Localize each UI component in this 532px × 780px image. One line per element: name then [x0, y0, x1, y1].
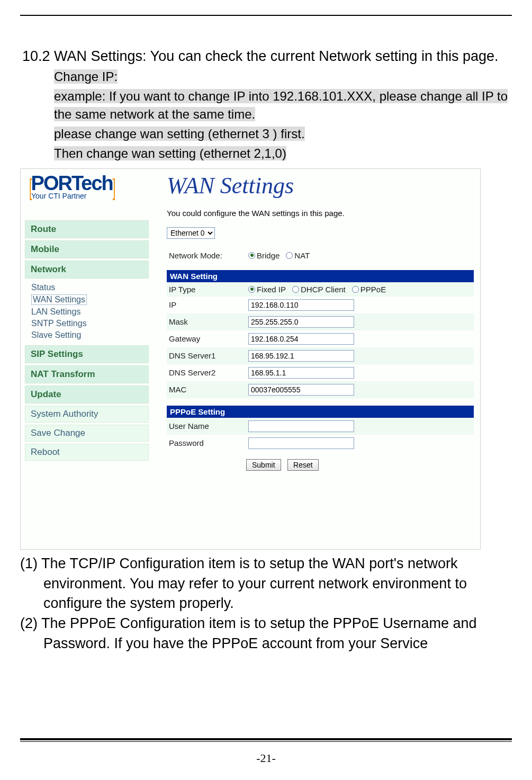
logo-brand: PORTech	[31, 172, 113, 194]
radio-dot-icon	[286, 252, 293, 259]
ethernet-select[interactable]: Ethernet 0	[167, 227, 215, 239]
mode-bridge-radio[interactable]: Bridge	[248, 251, 279, 260]
nav-sub-slave[interactable]: Slave Setting	[31, 329, 145, 341]
reset-button[interactable]: Reset	[287, 459, 319, 471]
change-ip-label: Change IP:	[54, 69, 118, 84]
section-heading: 10.2 WAN Settings: You can check the cur…	[20, 47, 512, 67]
nav-sub-sntp[interactable]: SNTP Settings	[31, 318, 145, 329]
mode-nat-radio[interactable]: NAT	[286, 251, 310, 260]
gateway-label: Gateway	[169, 334, 248, 343]
nav-network-sub: Status WAN Settings LAN Settings SNTP Se…	[25, 281, 149, 345]
page-number: -21-	[0, 751, 532, 765]
mask-input[interactable]	[248, 316, 354, 328]
ip-input[interactable]	[248, 299, 354, 311]
nav-sub-wan[interactable]: WAN Settings	[31, 293, 145, 306]
section-title-text: 10.2 WAN Settings: You can check the cur…	[22, 48, 499, 64]
nav-reboot[interactable]: Reboot	[25, 444, 149, 461]
nav-save[interactable]: Save Change	[25, 425, 149, 442]
pppoe-user-label: User Name	[169, 422, 248, 431]
dns2-input[interactable]	[248, 367, 354, 379]
logo-bracket-left: [	[29, 175, 31, 202]
logo: [PORTech] Your CTI Partner	[21, 169, 153, 200]
gateway-input[interactable]	[248, 333, 354, 345]
iptype-pppoe-label: PPPoE	[360, 285, 386, 294]
wan-setting-header: WAN Setting	[167, 270, 474, 282]
change-ip-step2: Then change wan setting (ethernet 2,1,0)	[54, 146, 286, 160]
radio-dot-icon	[248, 252, 255, 259]
nav-sysauth[interactable]: System Authority	[25, 406, 149, 423]
nav-mobile[interactable]: Mobile	[25, 240, 149, 258]
para-1: (1) The TCP/IP Configuration item is to …	[20, 554, 512, 614]
nav-sub-status[interactable]: Status	[31, 282, 145, 293]
network-mode-label: Network Mode:	[169, 251, 248, 260]
nav-sub-wan-label: WAN Settings	[31, 294, 87, 305]
iptype-fixed-radio[interactable]: Fixed IP	[248, 285, 286, 294]
change-ip-step1: please change wan setting (ethernet 3 ) …	[54, 127, 305, 141]
pppoe-pass-label: Password	[169, 438, 248, 447]
mac-label: MAC	[169, 385, 248, 394]
radio-dot-icon	[248, 286, 255, 293]
radio-dot-icon	[292, 286, 299, 293]
nav-network[interactable]: Network	[25, 261, 149, 279]
mac-input[interactable]	[248, 384, 354, 396]
page-title: WAN Settings	[167, 172, 474, 199]
radio-dot-icon	[352, 286, 359, 293]
submit-button[interactable]: Submit	[246, 459, 281, 471]
iptype-dhcp-radio[interactable]: DHCP Client	[292, 285, 346, 294]
page-desc: You could configure the WAN settings in …	[167, 209, 474, 218]
logo-bracket-right: ]	[113, 175, 115, 202]
sidebar: [PORTech] Your CTI Partner Route Mobile …	[21, 169, 153, 549]
nav-sub-lan[interactable]: LAN Settings	[31, 306, 145, 318]
dns1-input[interactable]	[248, 350, 354, 362]
iptype-pppoe-radio[interactable]: PPPoE	[352, 285, 386, 294]
dns1-label: DNS Server1	[169, 351, 248, 360]
para-2: (2) The PPPoE Configuration item is to s…	[20, 614, 512, 654]
ip-label: IP	[169, 300, 248, 309]
nav-nat[interactable]: NAT Transform	[25, 365, 149, 383]
mask-label: Mask	[169, 317, 248, 326]
wan-settings-screenshot: [PORTech] Your CTI Partner Route Mobile …	[20, 168, 481, 550]
pppoe-user-input[interactable]	[248, 420, 354, 432]
page-bottom-rules	[20, 738, 512, 742]
pppoe-setting-header: PPPoE Setting	[167, 406, 474, 418]
main-panel: WAN Settings You could configure the WAN…	[163, 169, 480, 549]
pppoe-pass-input[interactable]	[248, 437, 354, 449]
nav-route[interactable]: Route	[25, 220, 149, 238]
iptype-fixed-label: Fixed IP	[257, 285, 286, 294]
mode-bridge-label: Bridge	[257, 251, 279, 260]
nav: Route Mobile Network Status WAN Settings…	[21, 220, 153, 461]
iptype-dhcp-label: DHCP Client	[301, 285, 346, 294]
page-top-rule	[20, 15, 512, 16]
change-ip-text: example: If you want to change IP into 1…	[54, 89, 508, 122]
nav-sip[interactable]: SIP Settings	[25, 345, 149, 363]
ip-type-label: IP Type	[169, 285, 248, 294]
mode-nat-label: NAT	[294, 251, 310, 260]
dns2-label: DNS Server2	[169, 368, 248, 377]
nav-update[interactable]: Update	[25, 385, 149, 404]
